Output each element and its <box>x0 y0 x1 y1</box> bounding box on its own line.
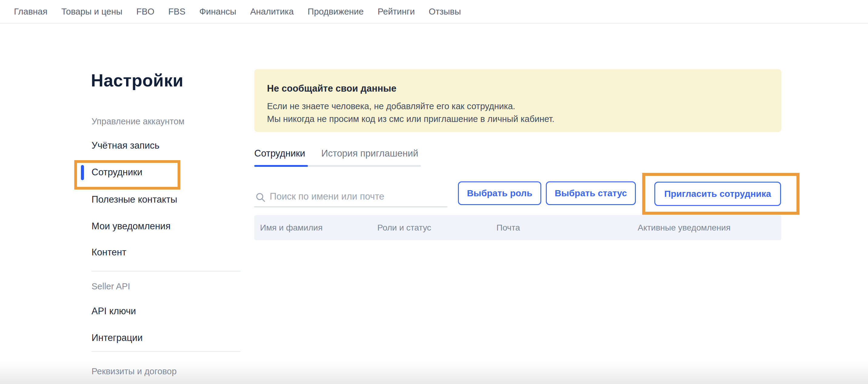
warning-banner-text-1: Если не знаете человека, не добавляйте е… <box>267 100 769 113</box>
sidebar-item-employees[interactable]: Сотрудники <box>92 167 143 178</box>
sidebar-item-contacts[interactable]: Полезные контакты <box>92 194 177 205</box>
sidebar-item-integrations[interactable]: Интеграции <box>92 332 143 343</box>
tab-employees[interactable]: Сотрудники <box>254 148 305 159</box>
invite-employee-button[interactable]: Пригласить сотрудника <box>654 182 781 206</box>
nav-item-fbo[interactable]: FBO <box>136 7 155 17</box>
sidebar-section-account-management: Управление аккаунтом <box>92 116 185 126</box>
sidebar-section-seller-api: Seller API <box>92 282 130 292</box>
nav-item-home[interactable]: Главная <box>14 7 47 17</box>
sidebar-divider <box>92 351 240 352</box>
column-header-roles-status: Роли и статус <box>377 223 496 233</box>
sidebar-divider <box>92 271 240 271</box>
select-role-button[interactable]: Выбрать роль <box>458 181 541 205</box>
employees-table-header: Имя и фамилия Роли и статус Почта Активн… <box>254 215 781 240</box>
column-header-name: Имя и фамилия <box>260 223 377 233</box>
select-status-button[interactable]: Выбрать статус <box>546 181 636 205</box>
page-title: Настройки <box>91 70 183 90</box>
column-header-email: Почта <box>496 223 638 233</box>
warning-banner: Не сообщайте свои данные Если не знаете … <box>254 69 781 132</box>
nav-item-reviews[interactable]: Отзывы <box>429 7 461 17</box>
warning-banner-title: Не сообщайте свои данные <box>267 83 769 95</box>
nav-item-promotion[interactable]: Продвижение <box>308 7 364 17</box>
sidebar-item-account[interactable]: Учётная запись <box>92 140 159 151</box>
search-input-underline <box>254 207 447 207</box>
top-navigation: Главная Товары и цены FBO FBS Финансы Ан… <box>0 0 868 24</box>
nav-item-finance[interactable]: Финансы <box>199 7 237 17</box>
column-header-notifications: Активные уведомления <box>638 223 781 233</box>
search-input[interactable] <box>270 189 444 204</box>
nav-item-analytics[interactable]: Аналитика <box>250 7 294 17</box>
sidebar-section-requisites: Реквизиты и договор <box>92 366 177 377</box>
nav-item-fbs[interactable]: FBS <box>168 7 185 17</box>
warning-banner-text-2: Мы никогда не просим код из смс или приг… <box>267 113 769 125</box>
active-item-indicator <box>81 165 84 180</box>
nav-item-products-prices[interactable]: Товары и цены <box>61 7 122 17</box>
sidebar-item-api-keys[interactable]: API ключи <box>92 306 136 317</box>
tab-invitation-history[interactable]: История приглашений <box>321 148 418 159</box>
nav-item-ratings[interactable]: Рейтинги <box>378 7 415 17</box>
sidebar-item-content[interactable]: Контент <box>92 247 126 258</box>
active-tab-underline <box>254 165 308 167</box>
sidebar-item-notifications[interactable]: Мои уведомления <box>92 221 170 232</box>
search-icon <box>255 192 266 203</box>
